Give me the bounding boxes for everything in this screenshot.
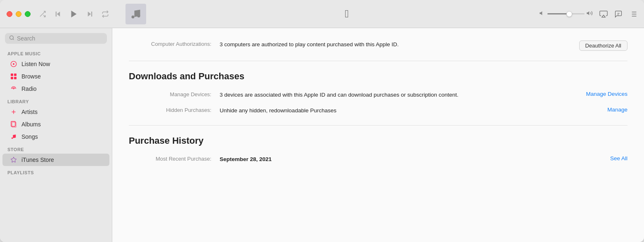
- volume-control: [539, 10, 593, 18]
- albums-icon: [10, 121, 17, 128]
- sidebar-item-itunes-store[interactable]: iTunes Store: [2, 154, 109, 166]
- svg-marker-5: [88, 12, 91, 17]
- svg-marker-11: [602, 15, 605, 17]
- computer-auth-value: 3 computers are authorized to play conte…: [220, 40, 563, 49]
- svg-point-33: [12, 138, 13, 139]
- rewind-button[interactable]: [54, 10, 62, 18]
- titlebar: : [0, 0, 644, 28]
- queue-button[interactable]: [629, 10, 637, 18]
- volume-slider[interactable]: [547, 13, 585, 14]
- svg-rect-26: [11, 77, 13, 79]
- main-area: Apple Music Listen Now: [0, 28, 644, 242]
- most-recent-label: Most Recent Purchase:: [129, 155, 220, 162]
- maximize-button[interactable]: [25, 11, 31, 17]
- svg-point-23: [13, 63, 14, 65]
- see-all-action: See All: [610, 155, 627, 161]
- albums-label: Albums: [21, 121, 41, 128]
- svg-marker-34: [11, 157, 16, 162]
- minimize-button[interactable]: [16, 11, 21, 17]
- manage-devices-row: Manage Devices: 3 devices are associated…: [129, 91, 627, 99]
- svg-line-21: [13, 39, 14, 40]
- hidden-purchases-label: Hidden Purchases:: [129, 107, 220, 113]
- deauth-action: Deauthorize All: [579, 40, 627, 51]
- manage-devices-label: Manage Devices:: [129, 91, 220, 97]
- listen-now-icon: [10, 60, 17, 68]
- svg-rect-27: [14, 77, 17, 79]
- sidebar-section-playlists: Playlists: [0, 168, 112, 177]
- svg-marker-10: [587, 11, 589, 15]
- airplay-button[interactable]: [599, 10, 608, 18]
- divider-1: [129, 61, 627, 61]
- hidden-purchases-value: Unhide any hidden, redownloadable Purcha…: [220, 107, 591, 115]
- sidebar-section-library: Library: [0, 97, 112, 106]
- artists-icon: [10, 108, 17, 116]
- computer-auth-label: Computer Authorizations:: [129, 40, 220, 47]
- fastforward-button[interactable]: [86, 10, 94, 18]
- hidden-purchases-row: Hidden Purchases: Unhide any hidden, red…: [129, 107, 627, 115]
- now-playing-art[interactable]: [125, 4, 146, 24]
- search-input[interactable]: [17, 35, 103, 42]
- artists-label: Artists: [21, 109, 38, 115]
- sidebar-item-browse[interactable]: Browse: [2, 70, 109, 83]
- deauthorize-all-button[interactable]: Deauthorize All: [579, 40, 627, 51]
- volume-low-icon: [539, 10, 546, 18]
- hidden-purchases-action: Manage: [607, 107, 627, 113]
- svg-rect-3: [56, 12, 57, 17]
- most-recent-value: September 28, 2021: [220, 155, 594, 164]
- downloads-section-title: Downloads and Purchases: [129, 71, 627, 82]
- svg-point-28: [13, 88, 14, 90]
- radio-icon: [10, 85, 17, 93]
- close-button[interactable]: [7, 11, 12, 17]
- center-area: : [154, 7, 539, 20]
- content-area: Computer Authorizations: 3 computers are…: [112, 28, 644, 242]
- see-all-link[interactable]: See All: [610, 155, 627, 161]
- sidebar-item-listen-now[interactable]: Listen Now: [2, 58, 109, 70]
- volume-high-icon: [586, 10, 593, 18]
- radio-label: Radio: [21, 85, 37, 92]
- manage-devices-link[interactable]: Manage Devices: [586, 91, 627, 97]
- purchase-history-section: Purchase History Most Recent Purchase: S…: [129, 135, 627, 164]
- browse-label: Browse: [21, 73, 41, 80]
- listen-now-label: Listen Now: [21, 61, 50, 67]
- shuffle-button[interactable]: [39, 10, 46, 18]
- svg-rect-24: [11, 74, 13, 76]
- play-button[interactable]: [69, 9, 78, 19]
- svg-marker-9: [540, 11, 542, 15]
- player-controls: [39, 9, 109, 19]
- svg-point-20: [10, 36, 14, 40]
- apple-logo-icon: : [345, 7, 349, 20]
- sidebar-item-songs[interactable]: Songs: [2, 130, 109, 143]
- manage-devices-action: Manage Devices: [586, 91, 627, 97]
- svg-marker-2: [57, 12, 60, 17]
- songs-label: Songs: [21, 133, 38, 140]
- sidebar-item-artists[interactable]: Artists: [2, 106, 109, 118]
- search-bar[interactable]: [5, 33, 107, 44]
- search-icon: [9, 35, 14, 42]
- computer-auth-row: Computer Authorizations: 3 computers are…: [129, 40, 627, 51]
- repeat-button[interactable]: [102, 10, 109, 18]
- manage-devices-value: 3 devices are associated with this Apple…: [220, 91, 569, 99]
- sidebar-item-radio[interactable]: Radio: [2, 83, 109, 95]
- app-window: : [0, 0, 644, 242]
- svg-point-7: [132, 15, 135, 18]
- svg-point-8: [137, 14, 140, 17]
- songs-icon: [10, 133, 17, 140]
- traffic-lights: [7, 11, 31, 17]
- downloads-section: Downloads and Purchases Manage Devices: …: [129, 71, 627, 115]
- right-controls: [539, 10, 637, 18]
- sidebar-item-albums[interactable]: Albums: [2, 118, 109, 130]
- hidden-purchases-link[interactable]: Manage: [607, 107, 627, 113]
- divider-2: [129, 125, 627, 126]
- svg-marker-4: [71, 10, 77, 17]
- svg-rect-25: [14, 74, 17, 76]
- sidebar-section-store: Store: [0, 145, 112, 154]
- itunes-store-icon: [10, 156, 17, 164]
- itunes-store-label: iTunes Store: [21, 157, 54, 163]
- svg-rect-6: [91, 12, 92, 17]
- most-recent-purchase-row: Most Recent Purchase: September 28, 2021…: [129, 155, 627, 164]
- sidebar-section-apple-music: Apple Music: [0, 49, 112, 58]
- lyrics-button[interactable]: [614, 10, 623, 18]
- purchase-history-title: Purchase History: [129, 135, 627, 146]
- browse-icon: [10, 73, 17, 80]
- sidebar: Apple Music Listen Now: [0, 28, 112, 242]
